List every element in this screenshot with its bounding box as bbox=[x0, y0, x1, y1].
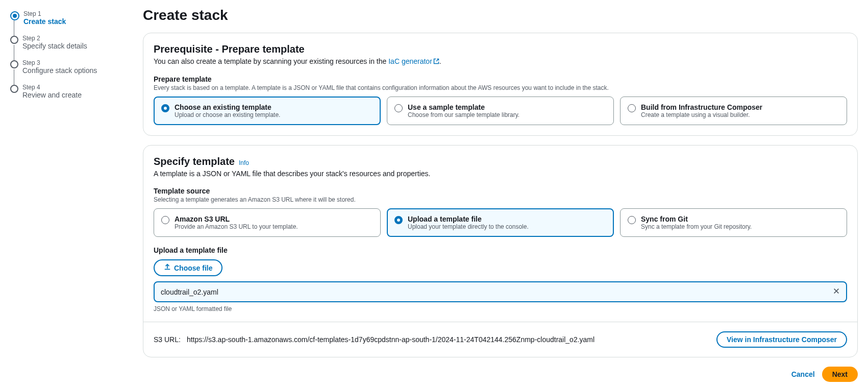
step-title: Review and create bbox=[22, 91, 82, 99]
option-title: Upload a template file bbox=[408, 215, 529, 223]
radio-icon bbox=[628, 216, 636, 224]
step-label: Step 1 bbox=[23, 10, 66, 17]
panel-footer: S3 URL: https://s3.ap-south-1.amazonaws.… bbox=[143, 322, 857, 357]
iac-generator-link[interactable]: IaC generator bbox=[388, 57, 439, 65]
file-hint: JSON or YAML formatted file bbox=[154, 305, 847, 312]
option-choose-existing[interactable]: Choose an existing template Upload or ch… bbox=[154, 96, 381, 125]
s3-url-label: S3 URL: bbox=[154, 335, 181, 344]
step-title: Configure stack options bbox=[22, 66, 97, 75]
step-radio-icon bbox=[10, 85, 18, 93]
radio-icon bbox=[394, 104, 403, 112]
option-desc: Create a template using a visual builder… bbox=[641, 111, 762, 118]
clear-file-button[interactable] bbox=[833, 286, 840, 297]
step-radio-icon bbox=[10, 36, 18, 44]
step-4[interactable]: Step 4 Review and create bbox=[10, 84, 143, 99]
option-title: Build from Infrastructure Composer bbox=[641, 103, 762, 111]
template-source-desc: Selecting a template generates an Amazon… bbox=[154, 196, 847, 203]
file-name: cloudtrail_o2.yaml bbox=[161, 288, 218, 296]
template-source-label: Template source bbox=[154, 187, 847, 195]
file-input[interactable]: cloudtrail_o2.yaml bbox=[154, 281, 847, 302]
option-desc: Sync a template from your Git repository… bbox=[641, 223, 752, 230]
option-s3-url[interactable]: Amazon S3 URL Provide an Amazon S3 URL t… bbox=[154, 208, 381, 237]
specify-template-panel: Specify template Info A template is a JS… bbox=[143, 145, 858, 357]
choose-file-button[interactable]: Choose file bbox=[154, 259, 222, 276]
choose-file-label: Choose file bbox=[174, 264, 212, 272]
option-title: Choose an existing template bbox=[175, 103, 280, 111]
upload-label: Upload a template file bbox=[154, 246, 847, 254]
option-desc: Upload your template directly to the con… bbox=[408, 223, 529, 230]
upload-icon bbox=[164, 263, 171, 272]
next-button[interactable]: Next bbox=[822, 367, 858, 382]
info-link[interactable]: Info bbox=[239, 159, 249, 166]
specify-template-subtitle: A template is a JSON or YAML file that d… bbox=[154, 170, 847, 178]
step-title: Create stack bbox=[23, 17, 66, 26]
option-title: Use a sample template bbox=[408, 103, 519, 111]
subtitle-pre: You can also create a template by scanni… bbox=[154, 57, 388, 65]
option-title: Sync from Git bbox=[641, 215, 752, 223]
prerequisite-panel: Prerequisite - Prepare template You can … bbox=[143, 33, 858, 136]
option-desc: Upload or choose an existing template. bbox=[175, 111, 280, 118]
prerequisite-subtitle: You can also create a template by scanni… bbox=[154, 57, 847, 66]
step-radio-icon bbox=[10, 60, 18, 68]
template-source-options: Amazon S3 URL Provide an Amazon S3 URL t… bbox=[154, 208, 847, 237]
option-sample-template[interactable]: Use a sample template Choose from our sa… bbox=[387, 96, 614, 125]
radio-icon bbox=[161, 104, 169, 112]
main-content: Create stack Prerequisite - Prepare temp… bbox=[143, 0, 858, 382]
s3-url-value: https://s3.ap-south-1.amazonaws.com/cf-t… bbox=[187, 335, 594, 344]
action-row: Cancel Next bbox=[143, 367, 858, 382]
option-infrastructure-composer[interactable]: Build from Infrastructure Composer Creat… bbox=[620, 96, 847, 125]
page-title: Create stack bbox=[143, 7, 858, 23]
subtitle-post: . bbox=[439, 57, 441, 65]
step-3[interactable]: Step 3 Configure stack options bbox=[10, 59, 143, 75]
step-2[interactable]: Step 2 Specify stack details bbox=[10, 35, 143, 50]
step-1[interactable]: Step 1 Create stack bbox=[10, 10, 143, 26]
prepare-template-desc: Every stack is based on a template. A te… bbox=[154, 84, 847, 91]
radio-icon bbox=[394, 216, 403, 224]
option-desc: Choose from our sample template library. bbox=[408, 111, 519, 118]
step-label: Step 4 bbox=[22, 84, 82, 91]
specify-template-title: Specify template bbox=[154, 156, 235, 167]
option-title: Amazon S3 URL bbox=[175, 215, 298, 223]
cancel-button[interactable]: Cancel bbox=[791, 370, 815, 378]
external-link-icon bbox=[433, 58, 439, 66]
wizard-sidebar: Step 1 Create stack Step 2 Specify stack… bbox=[10, 0, 143, 382]
step-label: Step 3 bbox=[22, 59, 97, 66]
option-upload-file[interactable]: Upload a template file Upload your templ… bbox=[387, 208, 614, 237]
prepare-template-label: Prepare template bbox=[154, 75, 847, 83]
radio-icon bbox=[628, 104, 636, 112]
prerequisite-title: Prerequisite - Prepare template bbox=[154, 43, 847, 55]
radio-icon bbox=[161, 216, 169, 224]
option-sync-git[interactable]: Sync from Git Sync a template from your … bbox=[620, 208, 847, 237]
view-composer-button[interactable]: View in Infrastructure Composer bbox=[716, 331, 847, 348]
iac-link-text: IaC generator bbox=[388, 57, 432, 65]
step-title: Specify stack details bbox=[22, 42, 87, 50]
step-label: Step 2 bbox=[22, 35, 87, 42]
option-desc: Provide an Amazon S3 URL to your templat… bbox=[175, 223, 298, 230]
prepare-template-options: Choose an existing template Upload or ch… bbox=[154, 96, 847, 125]
step-radio-icon bbox=[10, 11, 19, 20]
